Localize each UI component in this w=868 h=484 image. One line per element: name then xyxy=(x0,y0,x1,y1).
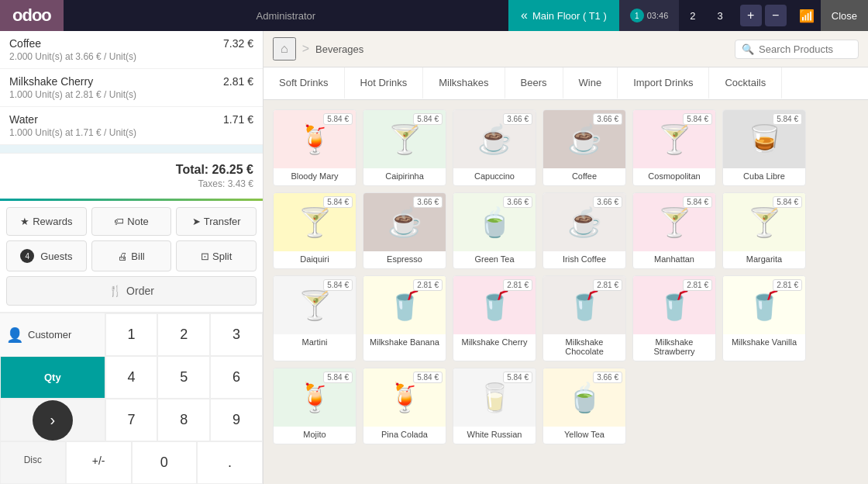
product-card[interactable]: 3.66 € ☕ Coffee xyxy=(542,109,626,186)
split-label: Split xyxy=(212,251,232,262)
product-card[interactable]: 5.84 € 🥛 White Russian xyxy=(453,368,536,444)
guests-button[interactable]: 4 Guests xyxy=(6,240,87,271)
product-card[interactable]: 5.84 € 🍸 Martini xyxy=(273,275,356,361)
category-tab-soft[interactable]: Soft Drinks xyxy=(264,67,345,99)
product-card[interactable]: 5.84 € 🍸 Cosmopolitan xyxy=(632,109,716,186)
key-4[interactable]: 4 xyxy=(105,356,158,399)
order-panel: Coffee 7.32 € 2.000 Unit(s) at 3.66 € / … xyxy=(0,31,264,484)
product-card[interactable]: 3.66 € 🍵 Green Tea xyxy=(453,192,536,269)
search-input[interactable] xyxy=(759,43,852,55)
table-tab-1[interactable]: 1 03:46 xyxy=(619,0,680,31)
home-button[interactable]: ⌂ xyxy=(273,37,296,60)
order-item[interactable]: Green Tea 10.98 € 3.000 Unit(s) at 3.66 … xyxy=(0,145,263,153)
product-card[interactable]: 5.84 € 🍸 Manhattan xyxy=(632,192,716,269)
note-button[interactable]: 🏷 Note xyxy=(91,207,172,236)
key-1[interactable]: 1 xyxy=(105,313,158,356)
search-box[interactable]: 🔍 xyxy=(735,40,859,59)
floor-button[interactable]: « Main Floor ( T1 ) xyxy=(508,0,619,31)
product-card[interactable]: 5.84 € 🍹 Mojito xyxy=(273,368,356,444)
product-card[interactable]: 3.66 € 🍵 Yellow Tea xyxy=(542,368,626,444)
product-card[interactable]: 3.66 € ☕ Capuccino xyxy=(453,109,536,186)
order-button[interactable]: 🍴 Order xyxy=(6,276,257,306)
key-2[interactable]: 2 xyxy=(157,313,210,356)
remove-tab-button[interactable]: − xyxy=(765,5,787,26)
product-card[interactable]: 5.84 € 🍹 Pina Colada xyxy=(363,368,446,444)
order-item[interactable]: Water 1.71 € 1.000 Unit(s) at 1.71 € / U… xyxy=(0,107,263,145)
breadcrumb-current: Beverages xyxy=(315,43,363,55)
product-card[interactable]: 5.84 € 🍸 Margarita xyxy=(722,192,806,269)
transfer-button[interactable]: ➤ Transfer xyxy=(176,207,257,236)
customer-button[interactable]: 👤 Customer xyxy=(0,313,105,356)
bill-button[interactable]: 🖨 Bill xyxy=(91,240,172,271)
key-0[interactable]: 0 xyxy=(132,441,198,484)
product-name: Green Tea xyxy=(471,251,517,268)
qty-key[interactable]: Qty xyxy=(0,356,105,399)
product-card[interactable]: 3.66 € ☕ Espresso xyxy=(363,192,446,269)
product-card[interactable]: 2.81 € 🥤 Milkshake Vanilla xyxy=(722,275,806,361)
product-card[interactable]: 2.81 € 🥤 Milkshake Strawberry xyxy=(632,275,716,361)
close-button[interactable]: Close xyxy=(821,0,868,31)
breadcrumb-separator: > xyxy=(302,42,309,56)
product-card[interactable]: 5.84 € 🍹 Bloody Mary xyxy=(273,109,356,186)
table-tab-3[interactable]: 3 xyxy=(707,0,734,31)
wifi-icon: 📶 xyxy=(793,9,821,23)
tab-actions: + − xyxy=(734,5,793,26)
product-card[interactable]: 5.84 € 🍸 Caipirinha xyxy=(363,109,446,186)
note-icon: 🏷 xyxy=(114,216,124,227)
product-name: Espresso xyxy=(384,251,425,268)
disc-key[interactable]: Disc xyxy=(0,441,66,484)
category-tab-beer[interactable]: Beers xyxy=(505,67,563,99)
product-price: 5.84 € xyxy=(323,279,353,291)
product-price: 5.84 € xyxy=(323,113,353,125)
numpad-payment-row: › 7 8 9 xyxy=(0,399,263,441)
product-price: 3.66 € xyxy=(413,196,443,208)
order-item-detail: 1.000 Unit(s) at 2.81 € / Unit(s) xyxy=(9,89,253,100)
product-price: 3.66 € xyxy=(503,113,532,125)
key-plusminus[interactable]: +/- xyxy=(66,441,132,484)
product-name: Manhattan xyxy=(651,251,698,268)
key-5[interactable]: 5 xyxy=(157,356,210,399)
product-name: Milkshake Cherry xyxy=(459,334,531,351)
product-name: Capuccino xyxy=(471,168,518,185)
category-tab-wine[interactable]: Wine xyxy=(563,67,618,99)
product-card[interactable]: 2.81 € 🥤 Milkshake Chocolate xyxy=(542,275,626,361)
key-7[interactable]: 7 xyxy=(105,399,158,441)
payment-button[interactable]: › xyxy=(33,400,73,441)
order-item-name: Milkshake Cherry xyxy=(9,75,93,88)
product-name: Martini xyxy=(298,334,330,351)
product-name: White Russian xyxy=(464,427,525,444)
product-card[interactable]: 2.81 € 🥤 Milkshake Banana xyxy=(363,275,446,361)
top-bar: odoo Administrator « Main Floor ( T1 ) 1… xyxy=(0,0,868,31)
qty-label: Qty xyxy=(44,372,61,383)
product-card[interactable]: 5.84 € 🥃 Cuba Libre xyxy=(722,109,806,186)
product-name: Milkshake Chocolate xyxy=(543,334,625,361)
key-6[interactable]: 6 xyxy=(210,356,263,399)
floor-label: Main Floor ( T1 ) xyxy=(532,10,607,22)
order-item-price: 2.81 € xyxy=(223,75,253,88)
product-name: Bloody Mary xyxy=(288,168,341,185)
order-item[interactable]: Milkshake Cherry 2.81 € 1.000 Unit(s) at… xyxy=(0,69,263,107)
product-card[interactable]: 2.81 € 🥤 Milkshake Cherry xyxy=(453,275,536,361)
order-item[interactable]: Coffee 7.32 € 2.000 Unit(s) at 3.66 € / … xyxy=(0,31,263,69)
category-tab-hot[interactable]: Hot Drinks xyxy=(345,67,424,99)
key-dot[interactable]: . xyxy=(197,441,263,484)
rewards-button[interactable]: ★ Rewards xyxy=(6,207,87,236)
floor-arrow-icon: « xyxy=(521,9,528,22)
key-3[interactable]: 3 xyxy=(210,313,263,356)
numpad-bottom-row: Disc +/- 0 . xyxy=(0,441,263,484)
order-item-detail: 1.000 Unit(s) at 1.71 € / Unit(s) xyxy=(9,127,253,138)
category-tab-cocktail[interactable]: Cocktails xyxy=(709,67,782,99)
table-tab-2[interactable]: 2 xyxy=(679,0,706,31)
key-8[interactable]: 8 xyxy=(157,399,210,441)
split-button[interactable]: ⊡ Split xyxy=(176,240,257,271)
product-price: 5.84 € xyxy=(413,113,443,125)
category-tab-import[interactable]: Import Drinks xyxy=(618,67,709,99)
product-card[interactable]: 3.66 € ☕ Irish Coffee xyxy=(542,192,626,269)
key-9[interactable]: 9 xyxy=(210,399,263,441)
product-name: Irish Coffee xyxy=(560,251,609,268)
product-price: 3.66 € xyxy=(593,196,622,208)
product-price: 3.66 € xyxy=(503,196,532,208)
category-tab-milk[interactable]: Milkshakes xyxy=(423,67,505,99)
product-card[interactable]: 5.84 € 🍸 Daiquiri xyxy=(273,192,356,269)
add-tab-button[interactable]: + xyxy=(740,5,762,26)
